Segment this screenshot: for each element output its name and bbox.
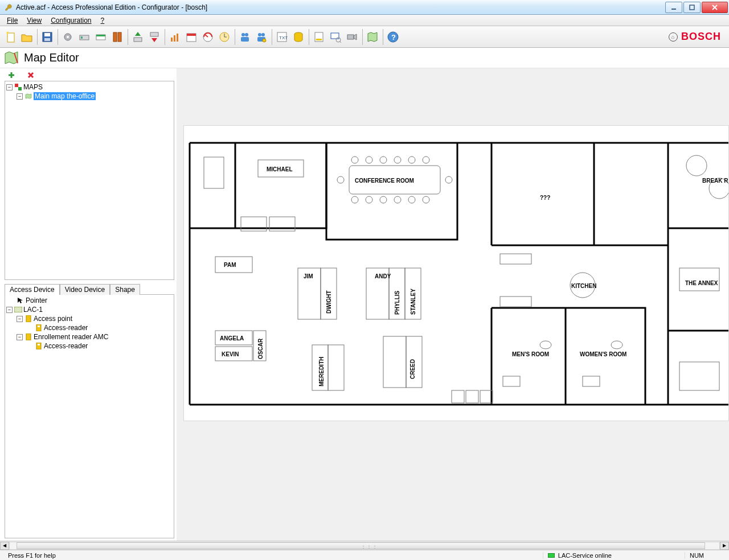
add-map-button[interactable] bbox=[7, 71, 16, 80]
device-tree[interactable]: Pointer − LAC-1 − Access point Access-re… bbox=[5, 294, 174, 538]
svg-rect-4 bbox=[7, 33, 14, 42]
svg-marker-46 bbox=[354, 34, 357, 40]
tab-access-device[interactable]: Access Device bbox=[5, 284, 60, 295]
map-canvas[interactable]: MICHAEL CONFERENCE ROOM BREAK R PAM JIM … bbox=[183, 125, 729, 421]
label-break: BREAK R bbox=[702, 178, 728, 184]
tool-card-green-icon[interactable] bbox=[93, 28, 109, 46]
label-meredith: MEREDITH bbox=[318, 357, 325, 386]
lac-icon bbox=[14, 306, 22, 313]
svg-rect-22 bbox=[174, 35, 175, 42]
minimize-button[interactable] bbox=[665, 2, 682, 13]
device-access-point[interactable]: − Access point bbox=[6, 314, 173, 323]
tool-help-icon[interactable]: ? bbox=[385, 28, 401, 46]
tool-db-icon[interactable] bbox=[290, 28, 306, 46]
svg-point-36 bbox=[263, 39, 266, 42]
status-service: LAC-Service online bbox=[543, 552, 616, 559]
tab-video-device[interactable]: Video Device bbox=[60, 284, 110, 295]
horizontal-scrollbar[interactable]: ◀ ⋮⋮⋮ ▶ bbox=[0, 541, 729, 550]
tool-map-icon[interactable] bbox=[364, 28, 380, 46]
device-enroll-reader[interactable]: − Enrollement reader AMC bbox=[6, 332, 173, 341]
svg-marker-20 bbox=[151, 38, 157, 42]
statusbar: Press F1 for help LAC-Service online NUM bbox=[0, 550, 729, 560]
delete-map-button[interactable] bbox=[26, 71, 35, 80]
scroll-right-button[interactable]: ▶ bbox=[720, 542, 729, 550]
collapse-icon[interactable]: − bbox=[17, 334, 23, 340]
svg-rect-1 bbox=[690, 5, 694, 10]
tool-device-icon[interactable] bbox=[76, 28, 92, 46]
svg-point-74 bbox=[423, 157, 429, 163]
label-annex: THE ANNEX bbox=[685, 280, 718, 286]
map-editor-icon bbox=[3, 50, 19, 66]
svg-rect-59 bbox=[36, 324, 41, 331]
collapse-icon[interactable]: − bbox=[17, 316, 23, 322]
tool-gear-icon[interactable] bbox=[60, 28, 76, 46]
menu-configuration[interactable]: Configuration bbox=[46, 15, 96, 26]
tool-id-search-icon[interactable] bbox=[327, 28, 343, 46]
svg-point-100 bbox=[611, 341, 622, 349]
svg-point-82 bbox=[445, 176, 452, 183]
close-button[interactable] bbox=[702, 2, 728, 13]
app-icon bbox=[3, 2, 14, 13]
svg-point-81 bbox=[337, 176, 344, 183]
svg-point-33 bbox=[258, 33, 261, 36]
svg-rect-55 bbox=[18, 87, 22, 90]
tool-download-icon[interactable] bbox=[146, 28, 162, 46]
svg-rect-21 bbox=[171, 38, 173, 42]
save-icon[interactable] bbox=[39, 28, 55, 46]
tool-camera-icon[interactable] bbox=[344, 28, 360, 46]
svg-rect-104 bbox=[679, 362, 719, 390]
svg-point-31 bbox=[245, 33, 248, 36]
tool-text1-icon[interactable]: TXT bbox=[274, 28, 290, 46]
tool-users-key-icon[interactable] bbox=[253, 28, 269, 46]
svg-point-79 bbox=[408, 196, 415, 203]
open-folder-icon[interactable] bbox=[19, 28, 35, 46]
toolbar: TXT ? ⌂BOSCH bbox=[0, 26, 729, 48]
tab-shape[interactable]: Shape bbox=[110, 284, 140, 295]
svg-point-75 bbox=[351, 196, 358, 203]
svg-rect-14 bbox=[96, 35, 105, 36]
svg-point-77 bbox=[380, 196, 387, 203]
device-access-reader-2[interactable]: Access-reader bbox=[6, 341, 173, 351]
tool-doc-date-icon[interactable] bbox=[311, 28, 327, 46]
tool-clock-icon[interactable] bbox=[216, 28, 232, 46]
collapse-icon[interactable]: − bbox=[6, 307, 13, 313]
maps-tree[interactable]: − MAPS − Main map the-office bbox=[5, 81, 174, 280]
scroll-track[interactable]: ⋮⋮⋮ bbox=[9, 542, 720, 550]
tool-doors-icon[interactable] bbox=[109, 28, 125, 46]
titlebar: Active.acf - Access Professional Edition… bbox=[0, 0, 729, 15]
maximize-button[interactable] bbox=[683, 2, 701, 13]
label-conference: CONFERENCE ROOM bbox=[355, 178, 414, 184]
svg-rect-32 bbox=[241, 37, 249, 42]
collapse-icon[interactable]: − bbox=[17, 93, 23, 100]
label-michael: MICHAEL bbox=[267, 166, 293, 172]
device-access-reader-1[interactable]: Access-reader bbox=[6, 323, 173, 332]
status-numlock: NUM bbox=[685, 552, 708, 559]
menu-help[interactable]: ? bbox=[96, 15, 109, 26]
svg-rect-94 bbox=[383, 336, 406, 388]
status-led-icon bbox=[548, 553, 555, 558]
tool-upload-icon[interactable] bbox=[130, 28, 146, 46]
svg-rect-17 bbox=[134, 38, 142, 42]
tool-chart-icon[interactable] bbox=[167, 28, 183, 46]
menu-file[interactable]: File bbox=[2, 15, 22, 26]
tree-root-maps[interactable]: − MAPS bbox=[6, 83, 173, 92]
reader-icon bbox=[35, 324, 43, 331]
tool-calendar-icon[interactable] bbox=[183, 28, 199, 46]
svg-rect-108 bbox=[466, 390, 478, 403]
scroll-thumb[interactable]: ⋮⋮⋮ bbox=[17, 542, 705, 549]
svg-rect-19 bbox=[150, 32, 158, 36]
svg-rect-8 bbox=[44, 38, 50, 41]
new-icon[interactable] bbox=[2, 28, 18, 46]
device-pointer[interactable]: Pointer bbox=[6, 296, 173, 305]
svg-rect-15 bbox=[113, 32, 117, 42]
tool-users-icon[interactable] bbox=[237, 28, 253, 46]
tool-gauge-icon[interactable] bbox=[200, 28, 216, 46]
svg-rect-54 bbox=[15, 84, 18, 87]
tree-item-main-map[interactable]: − Main map the-office bbox=[6, 92, 173, 101]
map-canvas-area: MICHAEL CONFERENCE ROOM BREAK R PAM JIM … bbox=[177, 68, 729, 541]
scroll-left-button[interactable]: ◀ bbox=[0, 542, 9, 550]
label-kitchen: KITCHEN bbox=[571, 283, 596, 289]
collapse-icon[interactable]: − bbox=[6, 84, 13, 90]
menu-view[interactable]: View bbox=[22, 15, 46, 26]
device-lac[interactable]: − LAC-1 bbox=[6, 305, 173, 314]
